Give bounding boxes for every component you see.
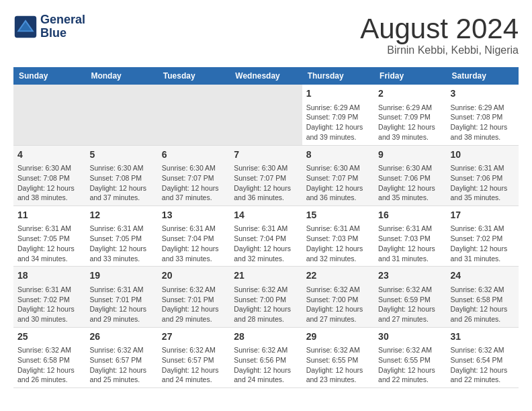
header-wednesday: Wednesday	[230, 67, 302, 85]
header-saturday: Saturday	[447, 67, 519, 85]
day-number: 17	[451, 209, 515, 222]
calendar-cell	[13, 85, 85, 145]
day-info: Sunrise: 6:30 AM Sunset: 7:07 PM Dayligh…	[234, 163, 298, 203]
calendar-cell: 7Sunrise: 6:30 AM Sunset: 7:07 PM Daylig…	[230, 145, 302, 205]
calendar-cell	[230, 85, 302, 145]
logo: General Blue	[13, 13, 85, 40]
calendar-cell: 3Sunrise: 6:29 AM Sunset: 7:08 PM Daylig…	[447, 85, 519, 145]
day-info: Sunrise: 6:32 AM Sunset: 7:01 PM Dayligh…	[162, 285, 226, 324]
day-number: 13	[162, 209, 226, 222]
calendar-cell: 17Sunrise: 6:31 AM Sunset: 7:02 PM Dayli…	[447, 205, 519, 266]
calendar-cell: 2Sunrise: 6:29 AM Sunset: 7:09 PM Daylig…	[374, 85, 446, 145]
day-info: Sunrise: 6:32 AM Sunset: 6:55 PM Dayligh…	[306, 345, 370, 385]
day-info: Sunrise: 6:29 AM Sunset: 7:08 PM Dayligh…	[451, 103, 515, 142]
day-number: 28	[234, 330, 298, 344]
calendar-cell: 16Sunrise: 6:31 AM Sunset: 7:03 PM Dayli…	[374, 205, 446, 266]
day-number: 19	[89, 269, 153, 283]
day-info: Sunrise: 6:31 AM Sunset: 7:05 PM Dayligh…	[89, 224, 153, 263]
calendar-cell: 31Sunrise: 6:32 AM Sunset: 6:54 PM Dayli…	[447, 327, 519, 387]
day-number: 27	[162, 330, 226, 344]
calendar-cell: 10Sunrise: 6:31 AM Sunset: 7:06 PM Dayli…	[447, 145, 519, 205]
calendar-cell: 6Sunrise: 6:30 AM Sunset: 7:07 PM Daylig…	[158, 145, 230, 205]
calendar-cell	[85, 85, 157, 145]
calendar-cell: 29Sunrise: 6:32 AM Sunset: 6:55 PM Dayli…	[302, 327, 374, 387]
week-row-2: 4Sunrise: 6:30 AM Sunset: 7:08 PM Daylig…	[13, 145, 519, 205]
logo-text: General Blue	[40, 13, 85, 40]
header-tuesday: Tuesday	[158, 67, 230, 85]
calendar-cell: 14Sunrise: 6:31 AM Sunset: 7:04 PM Dayli…	[230, 205, 302, 266]
calendar-cell: 1Sunrise: 6:29 AM Sunset: 7:09 PM Daylig…	[302, 85, 374, 145]
day-number: 5	[89, 148, 153, 162]
day-info: Sunrise: 6:31 AM Sunset: 7:01 PM Dayligh…	[89, 285, 153, 324]
calendar-cell: 5Sunrise: 6:30 AM Sunset: 7:08 PM Daylig…	[85, 145, 157, 205]
week-row-1: 1Sunrise: 6:29 AM Sunset: 7:09 PM Daylig…	[13, 85, 519, 145]
day-info: Sunrise: 6:32 AM Sunset: 6:58 PM Dayligh…	[451, 285, 515, 324]
calendar-cell: 20Sunrise: 6:32 AM Sunset: 7:01 PM Dayli…	[158, 267, 230, 327]
calendar-cell: 27Sunrise: 6:32 AM Sunset: 6:57 PM Dayli…	[158, 327, 230, 387]
day-info: Sunrise: 6:31 AM Sunset: 7:04 PM Dayligh…	[234, 224, 298, 263]
day-number: 26	[89, 330, 153, 344]
day-info: Sunrise: 6:30 AM Sunset: 7:07 PM Dayligh…	[162, 163, 226, 203]
logo-line2: Blue	[40, 27, 85, 40]
page-header: General Blue August 2024 Birnin Kebbi, K…	[13, 13, 519, 56]
day-number: 14	[234, 209, 298, 222]
logo-line1: General	[40, 13, 85, 27]
day-info: Sunrise: 6:32 AM Sunset: 6:57 PM Dayligh…	[162, 345, 226, 385]
calendar-table: SundayMondayTuesdayWednesdayThursdayFrid…	[13, 67, 519, 388]
header-monday: Monday	[85, 67, 157, 85]
day-number: 22	[306, 269, 370, 283]
day-info: Sunrise: 6:30 AM Sunset: 7:08 PM Dayligh…	[89, 163, 153, 203]
calendar-cell: 23Sunrise: 6:32 AM Sunset: 6:59 PM Dayli…	[374, 267, 446, 327]
day-number: 18	[17, 269, 81, 283]
day-number: 20	[162, 269, 226, 283]
day-number: 11	[17, 209, 81, 222]
calendar-cell: 13Sunrise: 6:31 AM Sunset: 7:04 PM Dayli…	[158, 205, 230, 266]
day-number: 7	[234, 148, 298, 162]
day-info: Sunrise: 6:32 AM Sunset: 6:56 PM Dayligh…	[234, 345, 298, 385]
day-info: Sunrise: 6:32 AM Sunset: 6:54 PM Dayligh…	[451, 345, 515, 385]
day-number: 16	[378, 209, 442, 222]
calendar-cell: 30Sunrise: 6:32 AM Sunset: 6:55 PM Dayli…	[374, 327, 446, 387]
title-block: August 2024 Birnin Kebbi, Kebbi, Nigeria	[360, 13, 519, 56]
calendar-cell	[158, 85, 230, 145]
calendar-cell: 24Sunrise: 6:32 AM Sunset: 6:58 PM Dayli…	[447, 267, 519, 327]
day-number: 4	[17, 148, 81, 162]
day-info: Sunrise: 6:30 AM Sunset: 7:07 PM Dayligh…	[306, 163, 370, 203]
day-number: 29	[306, 330, 370, 344]
day-number: 23	[378, 269, 442, 283]
day-number: 21	[234, 269, 298, 283]
calendar-cell: 22Sunrise: 6:32 AM Sunset: 7:00 PM Dayli…	[302, 267, 374, 327]
day-info: Sunrise: 6:32 AM Sunset: 6:59 PM Dayligh…	[378, 285, 442, 324]
day-info: Sunrise: 6:31 AM Sunset: 7:03 PM Dayligh…	[306, 224, 370, 263]
day-info: Sunrise: 6:30 AM Sunset: 7:06 PM Dayligh…	[378, 163, 442, 203]
day-info: Sunrise: 6:32 AM Sunset: 6:58 PM Dayligh…	[17, 345, 81, 385]
day-number: 15	[306, 209, 370, 222]
calendar-cell: 12Sunrise: 6:31 AM Sunset: 7:05 PM Dayli…	[85, 205, 157, 266]
day-number: 1	[306, 87, 370, 101]
logo-icon	[13, 15, 38, 39]
header-thursday: Thursday	[302, 67, 374, 85]
day-info: Sunrise: 6:29 AM Sunset: 7:09 PM Dayligh…	[306, 103, 370, 142]
day-number: 8	[306, 148, 370, 162]
day-info: Sunrise: 6:31 AM Sunset: 7:02 PM Dayligh…	[17, 285, 81, 324]
day-info: Sunrise: 6:29 AM Sunset: 7:09 PM Dayligh…	[378, 103, 442, 142]
calendar-cell: 9Sunrise: 6:30 AM Sunset: 7:06 PM Daylig…	[374, 145, 446, 205]
header-friday: Friday	[374, 67, 446, 85]
day-number: 2	[378, 87, 442, 101]
week-row-5: 25Sunrise: 6:32 AM Sunset: 6:58 PM Dayli…	[13, 327, 519, 387]
day-number: 31	[451, 330, 515, 344]
day-number: 24	[451, 269, 515, 283]
day-info: Sunrise: 6:31 AM Sunset: 7:02 PM Dayligh…	[451, 224, 515, 263]
calendar-cell: 8Sunrise: 6:30 AM Sunset: 7:07 PM Daylig…	[302, 145, 374, 205]
page-title: August 2024	[360, 13, 519, 44]
day-info: Sunrise: 6:32 AM Sunset: 6:57 PM Dayligh…	[89, 345, 153, 385]
week-row-4: 18Sunrise: 6:31 AM Sunset: 7:02 PM Dayli…	[13, 267, 519, 327]
calendar-cell: 18Sunrise: 6:31 AM Sunset: 7:02 PM Dayli…	[13, 267, 85, 327]
day-info: Sunrise: 6:32 AM Sunset: 7:00 PM Dayligh…	[306, 285, 370, 324]
day-number: 10	[451, 148, 515, 162]
calendar-cell: 15Sunrise: 6:31 AM Sunset: 7:03 PM Dayli…	[302, 205, 374, 266]
day-info: Sunrise: 6:31 AM Sunset: 7:06 PM Dayligh…	[451, 163, 515, 203]
calendar-header-row: SundayMondayTuesdayWednesdayThursdayFrid…	[13, 67, 519, 85]
calendar-cell: 26Sunrise: 6:32 AM Sunset: 6:57 PM Dayli…	[85, 327, 157, 387]
day-number: 12	[89, 209, 153, 222]
